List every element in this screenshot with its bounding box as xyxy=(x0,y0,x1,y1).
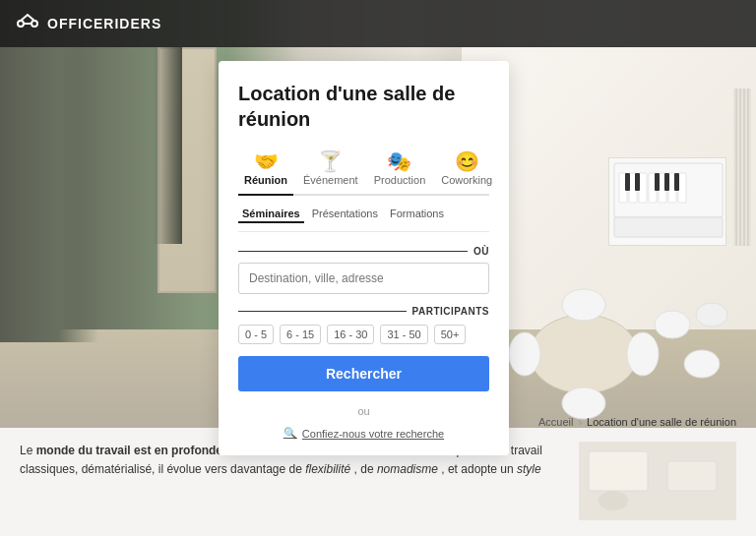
piano xyxy=(608,157,726,246)
participants-label-text: PARTICIPANTS xyxy=(412,306,489,317)
participants-label: PARTICIPANTS xyxy=(238,306,489,317)
curtain-left xyxy=(0,47,98,342)
participants-line xyxy=(238,311,407,312)
where-section-label: OÙ xyxy=(238,246,489,257)
svg-point-18 xyxy=(627,332,659,376)
bottom-text-italic1: flexibilité xyxy=(305,462,350,476)
evenement-icon: 🍸 xyxy=(318,151,343,171)
svg-rect-8 xyxy=(678,173,686,203)
tab-evenement[interactable]: 🍸 Événement xyxy=(297,148,364,194)
delegate-text: Confiez-nous votre recherche xyxy=(302,428,444,440)
participants-0-5[interactable]: 0 - 5 xyxy=(238,325,274,344)
breadcrumb: Accueil › Location d'une salle de réunio… xyxy=(538,416,736,428)
svg-point-15 xyxy=(562,289,605,321)
tab-production-label: Production xyxy=(374,174,426,186)
svg-point-21 xyxy=(696,303,727,327)
participants-6-15[interactable]: 6 - 15 xyxy=(280,325,321,344)
production-icon: 🎭 xyxy=(387,151,411,171)
svg-rect-26 xyxy=(667,461,717,491)
tab-evenement-label: Événement xyxy=(303,174,358,186)
reunion-icon: 🤝 xyxy=(254,151,279,171)
tab-coworking[interactable]: 😊 Coworking xyxy=(435,148,498,194)
participants-31-50[interactable]: 31 - 50 xyxy=(380,325,427,344)
svg-point-23 xyxy=(32,21,37,27)
participants-16-30[interactable]: 16 - 30 xyxy=(327,325,374,344)
svg-rect-9 xyxy=(625,173,630,191)
card-title: Location d'une salle de réunion xyxy=(238,81,489,132)
participants-options: 0 - 5 6 - 15 16 - 30 31 - 50 50+ xyxy=(238,325,489,344)
radiator xyxy=(733,89,751,246)
where-line xyxy=(238,251,468,252)
subtab-presentations[interactable]: Présentations xyxy=(308,206,382,223)
logo-text: OFFICERIDERS xyxy=(47,16,161,31)
or-divider: ou xyxy=(238,401,489,419)
where-label-text: OÙ xyxy=(473,246,489,257)
svg-point-17 xyxy=(509,332,540,376)
subtab-formations[interactable]: Formations xyxy=(386,206,448,223)
bottom-text-italic2: nomadisme xyxy=(377,462,438,476)
bottom-text-part3: , de xyxy=(354,462,377,476)
svg-rect-25 xyxy=(589,451,648,491)
header: OFFICERIDERS xyxy=(0,0,756,47)
breadcrumb-home[interactable]: Accueil xyxy=(538,416,573,428)
delegate-link[interactable]: 🔍 Confiez-nous votre recherche xyxy=(238,427,489,440)
search-button[interactable]: Rechercher xyxy=(238,356,489,391)
bottom-text-italic3: style xyxy=(517,462,541,476)
subtab-seminaires[interactable]: Séminaires xyxy=(238,206,304,223)
tab-reunion[interactable]: 🤝 Réunion xyxy=(238,148,293,194)
svg-point-20 xyxy=(684,350,720,378)
svg-rect-10 xyxy=(635,173,640,191)
svg-point-27 xyxy=(598,491,628,510)
tab-production[interactable]: 🎭 Production xyxy=(368,148,432,194)
or-text: ou xyxy=(357,405,369,417)
chairs-area xyxy=(505,275,741,437)
logo: OFFICERIDERS xyxy=(16,12,161,35)
svg-point-19 xyxy=(655,311,690,338)
participants-50plus[interactable]: 50+ xyxy=(434,325,467,344)
bottom-text-part4: , et adopte un xyxy=(441,462,517,476)
delegate-icon: 🔍 xyxy=(284,427,297,440)
curtain-right-hint xyxy=(153,47,182,244)
svg-point-16 xyxy=(562,387,605,419)
breadcrumb-separator: › xyxy=(578,416,582,428)
svg-rect-11 xyxy=(655,173,660,191)
tab-coworking-label: Coworking xyxy=(441,174,492,186)
category-tabs: 🤝 Réunion 🍸 Événement 🎭 Production 😊 Cow… xyxy=(238,148,489,196)
tab-reunion-label: Réunion xyxy=(244,174,287,186)
search-card: Location d'une salle de réunion 🤝 Réunio… xyxy=(219,61,509,455)
svg-point-22 xyxy=(18,21,24,27)
location-input[interactable] xyxy=(238,263,489,294)
svg-rect-13 xyxy=(674,173,679,191)
bottom-text-part1: Le xyxy=(20,444,36,457)
logo-icon xyxy=(16,12,39,35)
svg-rect-1 xyxy=(614,217,723,237)
bottom-thumbnail xyxy=(579,442,736,520)
coworking-icon: 😊 xyxy=(455,151,479,171)
participants-section: PARTICIPANTS 0 - 5 6 - 15 16 - 30 31 - 5… xyxy=(238,306,489,344)
breadcrumb-current: Location d'une salle de réunion xyxy=(587,416,736,428)
svg-rect-4 xyxy=(639,173,647,203)
svg-point-14 xyxy=(530,315,638,393)
sub-tabs: Séminaires Présentations Formations xyxy=(238,206,489,232)
svg-rect-12 xyxy=(664,173,669,191)
